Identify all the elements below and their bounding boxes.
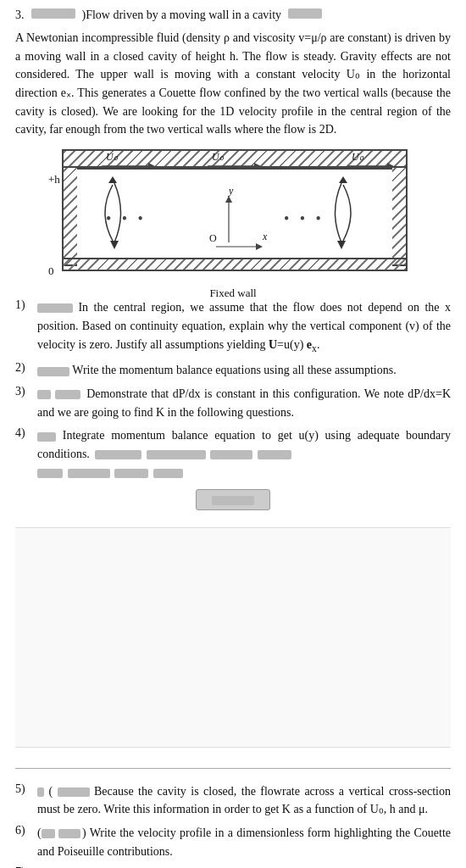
q3-redacted-1	[37, 390, 51, 399]
q6-redacted-2	[58, 829, 80, 838]
curved-arrow-right	[325, 175, 375, 251]
submit-button[interactable]	[196, 489, 270, 510]
cavity-diagram-container: +h 0 U₀ U₀ U₀ • • • •	[15, 149, 451, 285]
problem-title: )Flow driven by a moving wall in a cavit…	[82, 8, 282, 22]
problem-body: A Newtonian incompressible fluid (densit…	[15, 29, 451, 139]
question-4: 4) Integrate momentum balance equation t…	[15, 426, 451, 481]
question-5: 5) ( Because the cavity is closed, the f…	[15, 782, 451, 819]
submit-area	[15, 489, 451, 510]
q4-redacted-5	[258, 450, 291, 459]
y-label: y	[229, 185, 233, 198]
question-6: 6) ( ) Write the velocity profile in a d…	[15, 824, 451, 860]
section-divider	[15, 768, 451, 769]
q4-redacted-1	[37, 432, 56, 442]
q3-num: 3)	[15, 385, 34, 398]
q4-redacted-2	[95, 450, 141, 459]
bottom-section: 5) ( Because the cavity is closed, the f…	[15, 782, 451, 869]
questions-list-upper: 1) In the central region, we assume that…	[15, 298, 451, 481]
fixed-wall-label: Fixed wall	[209, 287, 256, 300]
plus-h-label: +h	[48, 173, 60, 186]
q5-body: ( Because the cavity is closed, the flow…	[37, 782, 451, 819]
q1-body: In the central region, we assume that th…	[37, 298, 451, 356]
q3-redacted-2	[55, 390, 80, 399]
title-redacted-2	[288, 8, 322, 19]
q4-redacted-9	[153, 469, 183, 478]
q2-redacted	[37, 367, 69, 376]
right-hatch	[392, 168, 408, 266]
q1-redacted	[37, 303, 73, 313]
zero-label: 0	[48, 264, 54, 278]
bottom-hatch	[62, 258, 408, 271]
q4-redacted-4	[210, 450, 252, 459]
q2-body: Write the momentum balance equations usi…	[37, 361, 451, 380]
svg-marker-6	[110, 241, 119, 249]
svg-marker-8	[337, 241, 346, 249]
x-axis	[216, 238, 267, 255]
question-2: 2) Write the momentum balance equations …	[15, 361, 451, 380]
q2-num: 2)	[15, 361, 34, 375]
submit-redacted	[212, 496, 254, 505]
svg-marker-7	[108, 176, 117, 183]
q4-num: 4)	[15, 426, 34, 440]
cavity-diagram: +h 0 U₀ U₀ U₀ • • • •	[47, 149, 419, 285]
problem-header: 3. )Flow driven by a moving wall in a ca…	[15, 8, 451, 22]
svg-marker-9	[339, 176, 347, 183]
q4-redacted-8	[114, 469, 148, 478]
title-redacted-1	[31, 8, 75, 19]
page-break-area	[15, 527, 451, 748]
q5-num: 5)	[15, 782, 34, 796]
svg-marker-13	[256, 243, 263, 250]
q4-body: Integrate momentum balance equation to g…	[37, 426, 451, 481]
curved-arrow-left	[80, 175, 131, 251]
q6-num: 6)	[15, 824, 34, 837]
q4-redacted-3	[147, 450, 206, 459]
dots-right: • • •	[284, 210, 325, 228]
q4-redacted-7	[68, 469, 110, 478]
q5-redacted-1	[58, 787, 90, 797]
x-label: x	[263, 231, 267, 243]
q6-body: ( ) Write the velocity profile in a dime…	[37, 824, 451, 860]
questions-list-lower: 5) ( Because the cavity is closed, the f…	[15, 782, 451, 869]
q3-body: Demonstrate that dP/dx is constant in th…	[37, 385, 451, 421]
question-3: 3) Demonstrate that dP/dx is constant in…	[15, 385, 451, 421]
question-1: 1) In the central region, we assume that…	[15, 298, 451, 356]
q4-redacted-6	[37, 469, 63, 478]
q5-redacted-open	[37, 787, 44, 797]
o-label: O	[209, 232, 217, 245]
q1-num: 1)	[15, 298, 34, 312]
left-hatch	[62, 168, 77, 266]
q6-redacted-1	[42, 829, 55, 838]
problem-number-label: 3.	[15, 8, 25, 22]
